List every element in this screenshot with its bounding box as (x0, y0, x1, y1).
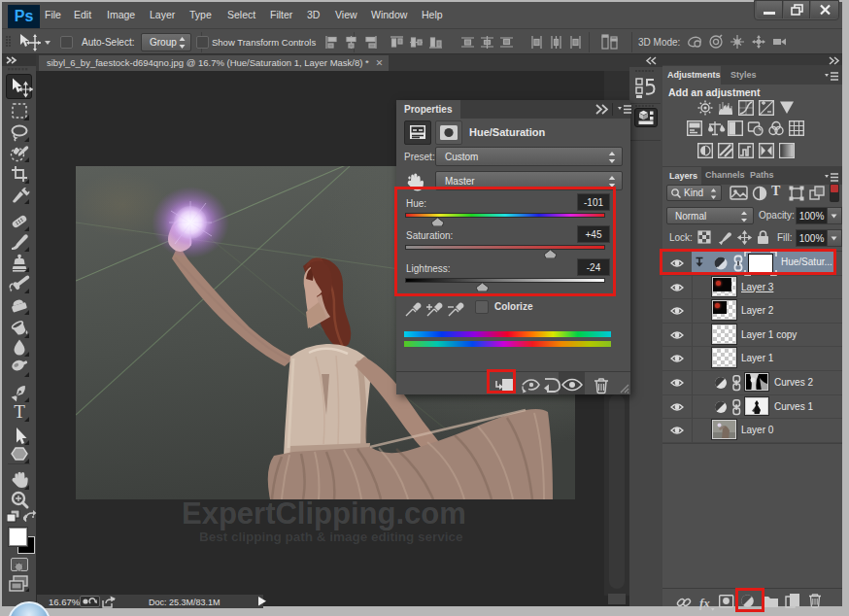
svg-text:T: T (14, 401, 25, 422)
svg-text:fx: fx (699, 596, 710, 610)
